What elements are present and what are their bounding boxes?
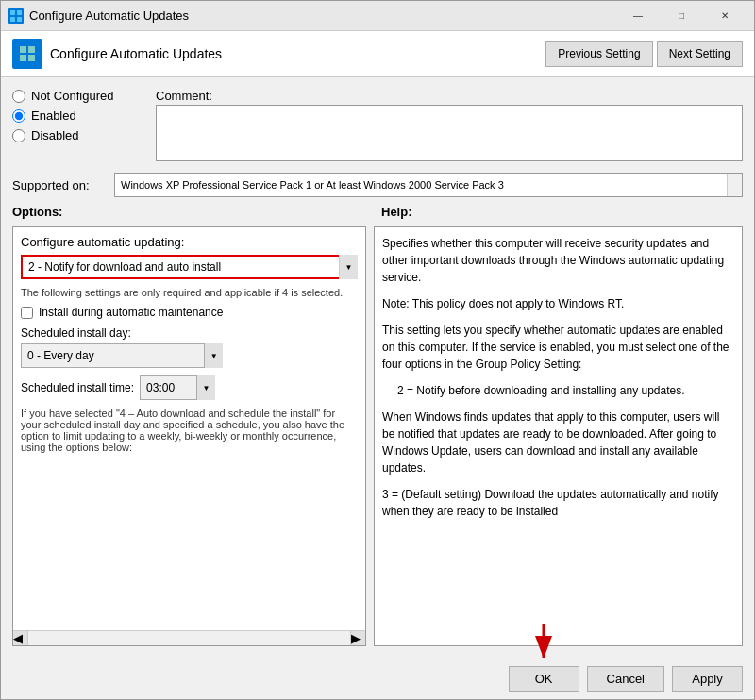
install-maintenance-checkbox[interactable] [21,307,33,319]
help-section-label: Help: [381,205,743,219]
svg-rect-1 [17,10,22,15]
svg-rect-0 [10,10,15,15]
bottom-bar: OK Cancel Apply [1,658,754,699]
svg-rect-4 [20,46,26,53]
window-controls: — □ ✕ [616,1,747,31]
hscroll-right-btn[interactable]: ▶ [350,631,365,645]
header-left: Configure Automatic Updates [12,39,222,69]
close-button[interactable]: ✕ [703,1,747,31]
comment-section: Comment: [156,89,743,161]
svg-rect-2 [10,17,15,22]
help-p5: When Windows finds updates that apply to… [382,408,734,476]
schedule-time-select[interactable]: 03:00 [140,375,215,400]
configure-updating-label: Configure automatic updating: [21,235,358,249]
comment-label: Comment: [156,89,743,103]
bottom-panels: Configure automatic updating: 2 - Notify… [12,226,743,646]
previous-setting-button[interactable]: Previous Setting [545,41,652,67]
main-window: Configure Automatic Updates — □ ✕ Config… [0,0,755,700]
radio-not-configured-label: Not Configured [31,89,113,103]
radio-disabled-label: Disabled [31,128,79,142]
header-title: Configure Automatic Updates [50,46,222,61]
radio-not-configured-input[interactable] [12,90,25,103]
title-bar: Configure Automatic Updates — □ ✕ [1,1,754,31]
options-panel: Configure automatic updating: 2 - Notify… [12,226,366,646]
configure-select[interactable]: 2 - Notify for download and auto install [21,255,358,279]
help-p3: This setting lets you specify whether au… [382,322,734,373]
main-content: Not Configured Enabled Disabled Comment:… [1,77,754,658]
svg-rect-3 [17,17,22,22]
cancel-button[interactable]: Cancel [587,666,664,692]
hscroll-left-btn[interactable]: ◀ [13,631,28,645]
radio-group: Not Configured Enabled Disabled [12,89,144,161]
help-panel: Specifies whether this computer will rec… [374,226,743,646]
options-scroll-area[interactable]: Configure automatic updating: 2 - Notify… [13,227,365,630]
help-p4: 2 = Notify before downloading and instal… [397,382,734,399]
schedule-time-wrapper: 03:00 ▼ [140,375,215,400]
radio-not-configured[interactable]: Not Configured [12,89,144,103]
help-p1: Specifies whether this computer will rec… [382,235,734,286]
radio-enabled-input[interactable] [12,109,25,123]
content-header: Configure Automatic Updates Previous Set… [1,31,754,77]
window-icon [8,8,24,24]
supported-value-box: Windows XP Professional Service Pack 1 o… [114,173,743,197]
radio-disabled-input[interactable] [12,129,25,142]
options-section-label: Options: [12,205,374,219]
ok-button[interactable]: OK [509,666,579,692]
schedule-time-label: Scheduled install time: [21,381,134,394]
configure-select-wrapper: 2 - Notify for download and auto install… [21,255,358,279]
header-buttons: Previous Setting Next Setting [545,41,743,67]
header-icon [12,39,42,69]
options-horizontal-scrollbar[interactable]: ◀ ▶ [13,630,365,645]
svg-rect-5 [28,46,35,53]
schedule-day-wrapper: 0 - Every day ▼ [21,343,223,368]
maximize-button[interactable]: □ [660,1,703,31]
schedule-time-row: Scheduled install time: 03:00 ▼ [21,375,358,400]
top-section: Not Configured Enabled Disabled Comment: [12,89,743,161]
sections-row: Options: Help: [12,205,743,219]
comment-textarea[interactable] [156,105,743,161]
svg-rect-6 [20,55,26,61]
radio-disabled[interactable]: Disabled [12,128,144,142]
apply-button[interactable]: Apply [672,666,743,692]
schedule-day-select[interactable]: 0 - Every day [21,343,223,368]
next-setting-button[interactable]: Next Setting [657,41,743,67]
radio-enabled[interactable]: Enabled [12,108,144,123]
options-footer: If you have selected "4 – Auto download … [21,408,358,453]
window-title: Configure Automatic Updates [29,8,616,23]
ok-button-wrapper: OK [509,666,579,692]
radio-enabled-label: Enabled [31,108,76,123]
options-note: The following settings are only required… [21,287,358,298]
install-maintenance-checkbox-row: Install during automatic maintenance [21,306,358,319]
supported-label: Supported on: [12,178,107,192]
supported-value: Windows XP Professional Service Pack 1 o… [121,179,504,191]
minimize-button[interactable]: — [616,1,660,31]
schedule-day-label: Scheduled install day: [21,326,358,340]
install-maintenance-label: Install during automatic maintenance [39,306,223,319]
help-p2: Note: This policy does not apply to Wind… [382,295,734,312]
supported-scrollbar[interactable] [727,174,742,196]
help-p6: 3 = (Default setting) Download the updat… [382,486,734,520]
supported-row: Supported on: Windows XP Professional Se… [12,173,743,197]
svg-rect-7 [28,55,35,61]
